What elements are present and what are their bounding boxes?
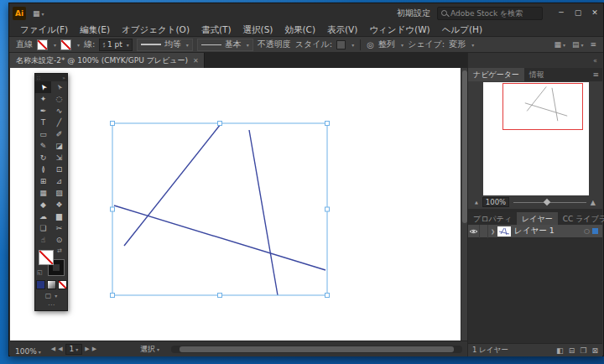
zoom-out-icon[interactable]: ▲ [475, 200, 478, 205]
style-swatch[interactable] [336, 40, 346, 49]
arrange-documents-icon[interactable]: ▦▾ [33, 9, 44, 18]
collapse-panels-icon[interactable]: « [593, 57, 597, 65]
tab-cc-libraries[interactable]: CC ライブラリ [558, 212, 604, 225]
magic-wand-tool[interactable]: ✦ [35, 93, 51, 105]
menu-ヘルプ(H)[interactable]: ヘルプ(H) [436, 23, 488, 37]
curvature-tool[interactable]: ∿ [51, 105, 67, 117]
direct-selection-tool[interactable]: ➢ [51, 81, 67, 93]
next-artboard-button[interactable]: ▶ [85, 346, 89, 352]
zoom-slider[interactable] [513, 202, 586, 203]
mesh-tool[interactable]: ▦ [35, 187, 51, 199]
menu-編集(E)[interactable]: 編集(E) [74, 23, 116, 37]
chevron-down-icon[interactable]: ▾ [54, 42, 56, 48]
close-button[interactable]: ✕ [586, 3, 603, 23]
layer-row[interactable]: ❯ レイヤー 1 ○ [468, 225, 602, 238]
dock-grid-icon[interactable]: ▦▾ [554, 40, 565, 49]
artboard-tool[interactable]: ❏ [35, 222, 51, 234]
layer-name[interactable]: レイヤー 1 [514, 226, 584, 237]
app-logo[interactable]: Ai [13, 7, 26, 20]
menu-オブジェクト(O)[interactable]: オブジェクト(O) [116, 23, 195, 37]
pen-tool[interactable]: ✒ [35, 105, 51, 117]
eraser-tool[interactable]: ◪ [51, 140, 67, 152]
layer-thumbnail[interactable] [497, 226, 511, 237]
chevron-down-icon[interactable]: ▾ [471, 42, 474, 48]
swap-fill-stroke-icon[interactable]: ⇄ [57, 247, 62, 254]
tools-panel-header[interactable]: ∷ » [35, 74, 67, 81]
stock-search[interactable] [437, 7, 543, 20]
pencil-tool[interactable]: ✎ [35, 140, 51, 152]
paintbrush-tool[interactable]: ✐ [51, 128, 67, 140]
fill-swatch[interactable] [37, 39, 48, 50]
line-segment-tool[interactable]: ╱ [51, 117, 67, 128]
tab-info[interactable]: 情報 [524, 68, 549, 81]
column-graph-tool[interactable]: ▆ [51, 211, 67, 222]
document-tab[interactable]: 名称未設定-2* @ 100% (CMYK/GPU プレビュー) ✕ [10, 53, 205, 68]
new-sublayer-icon[interactable]: ⊟ [569, 346, 575, 355]
fill-proxy-swatch[interactable] [39, 250, 54, 265]
gradient-tool[interactable]: ▨ [51, 187, 67, 199]
free-transform-tool[interactable]: ⊡ [51, 164, 67, 175]
new-layer-icon[interactable]: ❐ [580, 346, 586, 355]
chevron-down-icon[interactable]: ▾ [401, 42, 404, 48]
menu-選択(S)[interactable]: 選択(S) [237, 23, 279, 37]
edit-toolbar-icon[interactable]: ⋯ [35, 301, 67, 310]
menu-ファイル(F)[interactable]: ファイル(F) [14, 23, 74, 37]
none-button[interactable] [58, 280, 67, 289]
chevron-down-icon[interactable]: ▾ [77, 42, 80, 48]
symbol-sprayer-tool[interactable]: ☁ [35, 211, 51, 222]
width-profile-dropdown[interactable]: 均等 ▾ [137, 39, 193, 51]
stroke-weight-field[interactable]: ▴▾ 1 pt ▾ [99, 39, 132, 51]
artboard-canvas[interactable] [10, 68, 461, 341]
horizontal-scrollbar-thumb[interactable] [180, 346, 453, 352]
rectangle-tool[interactable]: ▭ [35, 128, 51, 140]
chevron-down-icon[interactable]: ▾ [127, 42, 129, 48]
control-panel-menu-icon[interactable]: ≡ [590, 40, 596, 49]
zoom-slider-thumb[interactable] [543, 198, 549, 205]
perspective-grid-tool[interactable]: ⊿ [51, 175, 67, 187]
brush-definition-dropdown[interactable]: 基本 ▾ [197, 39, 253, 51]
chevron-down-icon[interactable]: ▾ [351, 42, 354, 48]
menu-効果(C)[interactable]: 効果(C) [279, 23, 321, 37]
selection-tool[interactable]: ➤ [35, 81, 51, 93]
last-artboard-button[interactable]: ▶ [92, 346, 96, 352]
lasso-tool[interactable]: ◌ [51, 93, 67, 105]
menu-表示(V)[interactable]: 表示(V) [321, 23, 363, 37]
blend-tool[interactable]: ❖ [51, 199, 67, 211]
prev-artboard-button[interactable]: ◀ [58, 346, 62, 352]
width-tool[interactable]: ≬ [35, 164, 51, 175]
delete-layer-icon[interactable]: ⊠ [591, 346, 598, 355]
draw-mode-icon[interactable]: ▢ [45, 292, 52, 299]
workspace-switcher[interactable]: 初期設定 [397, 8, 430, 19]
navigator-zoom-value[interactable]: 100% [482, 197, 509, 207]
type-tool[interactable]: T [35, 117, 51, 128]
target-circle-icon[interactable]: ○ [584, 227, 590, 235]
minimize-button[interactable]: ─ [553, 3, 570, 23]
menu-書式(T)[interactable]: 書式(T) [195, 23, 237, 37]
hand-tool[interactable]: ☝ [35, 234, 51, 246]
eyedropper-tool[interactable]: ◆ [35, 199, 51, 211]
tab-properties[interactable]: プロパティ [468, 212, 517, 225]
recolor-artwork-icon[interactable]: ◎ [367, 40, 374, 49]
menu-ウィンドウ(W)[interactable]: ウィンドウ(W) [363, 23, 435, 37]
stepper-arrows-icon[interactable]: ▴▾ [102, 41, 105, 48]
tab-layers[interactable]: レイヤー [517, 212, 558, 225]
scale-tool[interactable]: ⇲ [51, 152, 67, 164]
opacity-link[interactable]: 不透明度 [258, 39, 291, 50]
first-artboard-button[interactable]: ◀ [51, 346, 55, 352]
maximize-button[interactable]: ▢ [570, 3, 586, 23]
slice-tool[interactable]: ✂ [51, 222, 67, 234]
dock-rows-icon[interactable]: ▤▾ [572, 40, 584, 49]
zoom-tool[interactable]: ⊙ [51, 234, 67, 246]
transform-link[interactable]: 変形 [449, 39, 466, 50]
make-mask-icon[interactable]: ◧ [556, 346, 564, 355]
panel-menu-icon[interactable]: ≡ [592, 68, 602, 81]
align-link[interactable]: 整列 [378, 39, 395, 50]
expand-arrow-icon[interactable]: ❯ [488, 228, 497, 234]
stroke-color-swatch[interactable] [60, 39, 71, 50]
rotate-tool[interactable]: ↻ [35, 152, 51, 164]
lock-cell[interactable] [480, 225, 488, 238]
close-tab-icon[interactable]: ✕ [193, 57, 199, 65]
eye-icon[interactable] [468, 225, 480, 238]
zoom-in-icon[interactable]: ▲ [591, 199, 596, 206]
tab-navigator[interactable]: ナビゲーター [468, 68, 524, 81]
